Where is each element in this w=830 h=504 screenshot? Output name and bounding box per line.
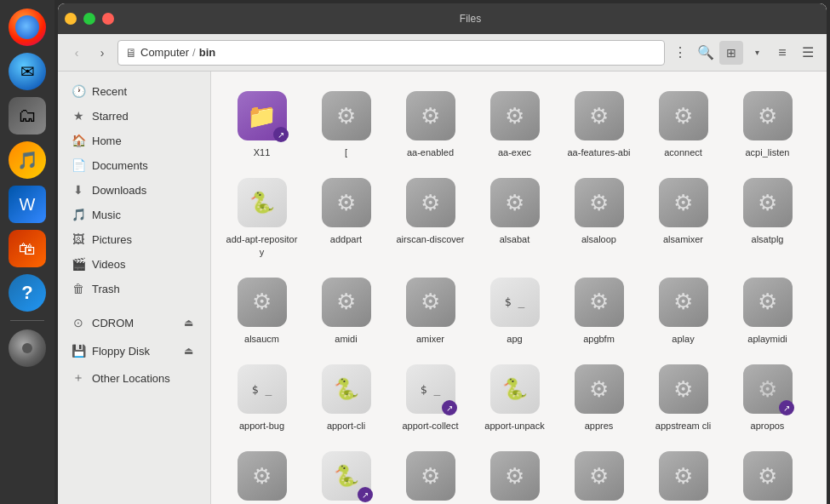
- file-item[interactable]: $ _ ↗ apport-collect: [390, 355, 471, 438]
- file-item[interactable]: ⚙ [: [306, 82, 386, 165]
- sidebar-device-cdrom[interactable]: ⊙ CDROM ⏏: [61, 309, 207, 336]
- dock-rhythmbox[interactable]: 🎵: [7, 140, 48, 180]
- gear-arrow-icon: ⚙ ↗: [743, 364, 793, 414]
- file-item[interactable]: ⚙ apt-extracttemplates: [727, 442, 808, 504]
- grid-view-button[interactable]: ⊞: [719, 41, 743, 65]
- file-item[interactable]: ⚙ apt-cdrom: [474, 442, 555, 504]
- arrow-badge: ↗: [358, 487, 373, 502]
- floppy-eject-button[interactable]: ⏏: [180, 342, 197, 359]
- file-icon-container: ⚙: [319, 275, 374, 329]
- file-item[interactable]: ⚙ ↗ apropos: [727, 355, 808, 438]
- file-item[interactable]: ⚙ appres: [558, 355, 639, 438]
- file-item[interactable]: 🐍 apport-unpack: [474, 355, 555, 438]
- sidebar-item-videos[interactable]: 🎬 Videos: [61, 252, 207, 276]
- file-item[interactable]: ⚙ airscan-discover: [390, 169, 471, 265]
- file-item[interactable]: ⚙ apt-config: [558, 442, 639, 504]
- dock-separator: [10, 320, 44, 321]
- music-icon: 🎵: [72, 208, 85, 221]
- file-item[interactable]: 🐍 ↗ apt-add-repository: [306, 442, 386, 504]
- sidebar-item-pictures[interactable]: 🖼 Pictures: [61, 227, 207, 251]
- dock-appstore[interactable]: 🛍: [7, 228, 48, 269]
- file-item[interactable]: ⚙ aa-enabled: [390, 82, 471, 165]
- file-item[interactable]: ⚙ alsabat: [474, 169, 555, 265]
- file-item[interactable]: ⚙ aplay: [643, 268, 724, 352]
- file-item[interactable]: ⚙ acpi_listen: [727, 82, 808, 165]
- maximize-button[interactable]: [83, 13, 95, 25]
- file-item[interactable]: $ _ apport-bug: [221, 355, 302, 438]
- list-view-button[interactable]: ≡: [770, 41, 794, 65]
- file-item[interactable]: 📁 ↗ X11: [221, 82, 302, 165]
- file-item[interactable]: 🐍 apport-cli: [306, 355, 386, 438]
- view-options-button[interactable]: ▾: [745, 41, 769, 65]
- file-item[interactable]: ⚙ alsamixer: [643, 169, 724, 265]
- file-item[interactable]: ⚙ aconnect: [643, 82, 724, 165]
- file-icon-container: 📁 ↗: [235, 89, 289, 143]
- help-icon: ?: [21, 282, 32, 304]
- file-item[interactable]: ⚙ alsaucm: [221, 268, 302, 352]
- file-icon-container: ⚙: [404, 89, 458, 143]
- minimize-button[interactable]: [65, 13, 77, 25]
- search-button[interactable]: 🔍: [694, 41, 718, 65]
- file-name: alsabat: [500, 233, 529, 245]
- documents-icon: 📄: [72, 158, 85, 172]
- file-item[interactable]: ⚙ appstream cli: [643, 355, 724, 438]
- file-icon-container: ⚙: [235, 275, 289, 329]
- file-name: amidi: [335, 333, 357, 345]
- floppy-icon: 💾: [72, 344, 85, 358]
- sidebar-item-recent[interactable]: 🕐 Recent: [61, 79, 207, 103]
- sidebar-label-videos: Videos: [92, 258, 126, 271]
- file-item[interactable]: ⚙ apt-cache: [390, 442, 471, 504]
- file-icon-container: ⚙: [741, 449, 795, 503]
- file-item[interactable]: $ _ apg: [474, 268, 555, 352]
- sidebar-item-downloads[interactable]: ⬇ Downloads: [61, 178, 207, 202]
- sidebar-device-floppy[interactable]: 💾 Floppy Disk ⏏: [61, 337, 207, 364]
- sidebar-item-home[interactable]: 🏠 Home: [61, 129, 207, 152]
- cdrom-eject-button[interactable]: ⏏: [180, 314, 197, 331]
- toolbar-actions: ⋮ 🔍 ⊞ ▾ ≡ ☰: [668, 41, 820, 65]
- sidebar-item-starred[interactable]: ★ Starred: [61, 104, 207, 128]
- sidebar-item-other-locations[interactable]: ＋ Other Locations: [61, 365, 207, 391]
- file-icon-container: ⚙: [404, 175, 458, 230]
- dock-help[interactable]: ?: [7, 272, 48, 313]
- dock-files[interactable]: 🗂: [7, 95, 48, 136]
- content-area: 🕐 Recent ★ Starred 🏠 Home 📄 Documents ⬇ …: [58, 72, 827, 504]
- dock-writer[interactable]: W: [7, 184, 48, 225]
- dock-firefox[interactable]: [7, 7, 48, 48]
- eject-icon: ⏏: [184, 317, 193, 329]
- back-button[interactable]: ‹: [65, 41, 89, 65]
- file-item[interactable]: ⚙ addpart: [306, 169, 386, 265]
- file-item[interactable]: ⚙ amixer: [390, 268, 471, 352]
- more-button[interactable]: ⋮: [668, 41, 692, 65]
- file-icon-container: 🐍: [235, 175, 289, 230]
- window-controls: [65, 13, 114, 25]
- file-item[interactable]: ⚙ aplaymidi: [727, 268, 808, 352]
- file-item[interactable]: ⚙ alsaloop: [558, 169, 639, 265]
- file-item[interactable]: 🐍 add-apt-repository: [221, 169, 302, 265]
- file-item[interactable]: ⚙ apt: [221, 442, 302, 504]
- gear-icon: ⚙: [743, 91, 793, 140]
- gear-icon: ⚙: [406, 91, 455, 140]
- file-item[interactable]: ⚙ aptdcon: [643, 442, 724, 504]
- close-button[interactable]: [102, 13, 114, 25]
- file-item[interactable]: ⚙ alsatplg: [727, 169, 808, 265]
- sidebar-item-trash[interactable]: 🗑 Trash: [61, 277, 207, 301]
- file-item[interactable]: ⚙ aa-exec: [474, 82, 555, 165]
- sidebar-label-starred: Starred: [92, 110, 129, 123]
- home-icon: 🏠: [72, 134, 85, 147]
- python-icon: 🐍: [322, 364, 371, 414]
- file-icon-container: 🐍: [488, 362, 542, 416]
- menu-button[interactable]: ☰: [796, 41, 820, 65]
- sidebar-item-documents[interactable]: 📄 Documents: [61, 153, 207, 177]
- sidebar: 🕐 Recent ★ Starred 🏠 Home 📄 Documents ⬇ …: [58, 72, 211, 504]
- dock-thunderbird[interactable]: ✉: [7, 51, 48, 92]
- toolbar: ‹ › 🖥 Computer / bin ⋮ 🔍 ⊞ ▾: [58, 34, 827, 72]
- sidebar-item-music[interactable]: 🎵 Music: [61, 203, 207, 226]
- breadcrumb-bar[interactable]: 🖥 Computer / bin: [117, 40, 665, 66]
- file-icon-container: ⚙: [404, 449, 458, 503]
- file-item[interactable]: ⚙ apgbfm: [558, 268, 639, 352]
- forward-button[interactable]: ›: [90, 41, 114, 65]
- dock-cd[interactable]: [7, 328, 48, 369]
- file-item[interactable]: ⚙ aa-features-abi: [558, 82, 639, 165]
- file-item[interactable]: ⚙ amidi: [306, 268, 386, 352]
- file-name: aa-features-abi: [568, 146, 631, 158]
